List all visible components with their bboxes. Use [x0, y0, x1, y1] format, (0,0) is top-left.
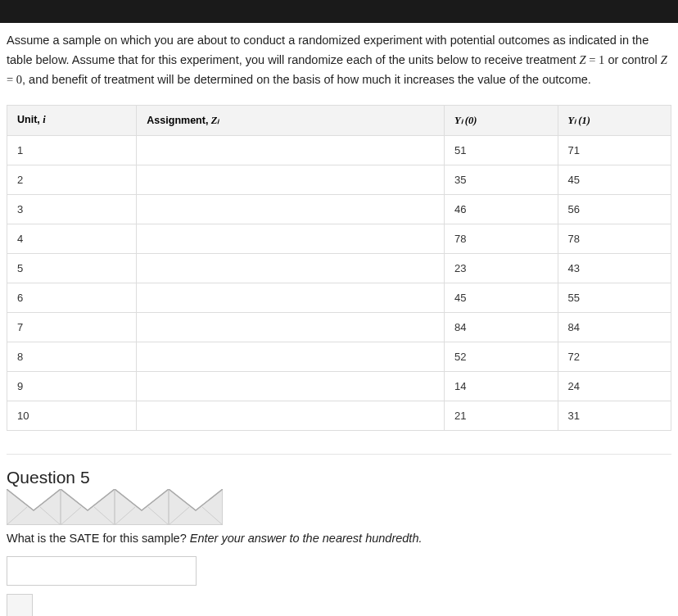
table-row: 15171 — [7, 135, 671, 165]
cell-unit: 3 — [7, 194, 137, 224]
cell-y0: 21 — [445, 401, 558, 430]
prompt-text: What is the SATE for this sample? — [7, 532, 190, 545]
cell-assignment — [137, 194, 445, 224]
table-row: 64555 — [7, 283, 671, 312]
cell-y0: 23 — [445, 253, 558, 283]
math-z-1: Z — [580, 53, 586, 66]
cell-y0: 14 — [445, 371, 558, 401]
cell-assignment — [137, 135, 445, 165]
cell-assignment — [137, 371, 445, 401]
header-y0-text: Yᵢ (0) — [454, 115, 477, 126]
cell-y1: 56 — [558, 194, 671, 224]
cell-y1: 43 — [558, 253, 671, 283]
svg-marker-1 — [61, 489, 115, 525]
cell-unit: 2 — [7, 165, 137, 194]
table-row: 91424 — [7, 371, 671, 401]
cell-assignment — [137, 312, 445, 342]
header-assignment-text: Assignment, — [147, 115, 211, 126]
cell-y0: 46 — [445, 194, 558, 224]
cell-unit: 7 — [7, 312, 137, 342]
svg-marker-0 — [7, 489, 61, 525]
cell-unit: 4 — [7, 224, 137, 253]
table-row: 34656 — [7, 194, 671, 224]
header-y0: Yᵢ (0) — [445, 105, 558, 135]
table-row: 102131 — [7, 401, 671, 430]
header-y1-text: Yᵢ (1) — [568, 115, 590, 126]
cell-y1: 84 — [558, 312, 671, 342]
envelope-graphics — [7, 489, 671, 525]
cell-y1: 55 — [558, 283, 671, 312]
answer-input[interactable] — [7, 556, 197, 586]
cell-unit: 10 — [7, 401, 137, 430]
cell-y0: 84 — [445, 312, 558, 342]
math-z-2: Z — [661, 53, 667, 66]
header-unit: Unit, i — [7, 105, 137, 135]
cell-y1: 31 — [558, 401, 671, 430]
outcomes-table: Unit, i Assignment, Zᵢ Yᵢ (0) Yᵢ (1) 151… — [7, 105, 671, 431]
table-row: 85272 — [7, 342, 671, 371]
cell-unit: 8 — [7, 342, 137, 371]
prompt-hint: Enter your answer to the nearest hundred… — [190, 532, 423, 545]
top-bar — [0, 0, 678, 23]
table-header-row: Unit, i Assignment, Zᵢ Yᵢ (0) Yᵢ (1) — [7, 105, 671, 135]
question-block: Question 5 — [7, 468, 671, 616]
cell-y0: 35 — [445, 165, 558, 194]
cell-y0: 78 — [445, 224, 558, 253]
problem-description: Assume a sample on which you are about t… — [7, 31, 671, 90]
svg-marker-3 — [169, 489, 223, 525]
cell-unit: 5 — [7, 253, 137, 283]
section-divider — [7, 454, 671, 455]
question-title: Question 5 — [7, 468, 90, 487]
cell-assignment — [137, 283, 445, 312]
envelope-icon — [115, 489, 169, 525]
question-prompt: What is the SATE for this sample? Enter … — [7, 532, 671, 545]
header-unit-text: Unit, — [17, 114, 43, 125]
cell-unit: 1 — [7, 135, 137, 165]
header-assignment-zi: Zᵢ — [211, 115, 219, 126]
table-row: 52343 — [7, 253, 671, 283]
desc-text-3: , and benefit of treatment will be deter… — [22, 73, 591, 86]
cell-y1: 78 — [558, 224, 671, 253]
table-row: 47878 — [7, 224, 671, 253]
cell-assignment — [137, 224, 445, 253]
cell-unit: 9 — [7, 371, 137, 401]
cell-assignment — [137, 401, 445, 430]
envelope-icon — [61, 489, 115, 525]
table-row: 23545 — [7, 165, 671, 194]
cell-y1: 72 — [558, 342, 671, 371]
cell-assignment — [137, 342, 445, 371]
cell-y0: 45 — [445, 283, 558, 312]
header-assignment: Assignment, Zᵢ — [137, 105, 445, 135]
svg-marker-2 — [115, 489, 169, 525]
cell-assignment — [137, 165, 445, 194]
math-eq-2: = 0 — [7, 73, 22, 86]
envelope-icon — [7, 489, 61, 525]
table-row: 78484 — [7, 312, 671, 342]
cell-y0: 51 — [445, 135, 558, 165]
header-unit-i: i — [43, 114, 45, 125]
cell-y1: 45 — [558, 165, 671, 194]
submit-button[interactable] — [7, 594, 33, 616]
desc-text-1: Assume a sample on which you are about t… — [7, 34, 649, 66]
cell-unit: 6 — [7, 283, 137, 312]
envelope-icon — [169, 489, 223, 525]
cell-y0: 52 — [445, 342, 558, 371]
desc-text-2: or control — [604, 53, 661, 66]
cell-assignment — [137, 253, 445, 283]
table-body: 1517123545346564787852343645557848485272… — [7, 135, 671, 430]
cell-y1: 71 — [558, 135, 671, 165]
math-eq-1: = 1 — [586, 53, 605, 66]
cell-y1: 24 — [558, 371, 671, 401]
header-y1: Yᵢ (1) — [558, 105, 671, 135]
content-area: Assume a sample on which you are about t… — [0, 23, 678, 616]
